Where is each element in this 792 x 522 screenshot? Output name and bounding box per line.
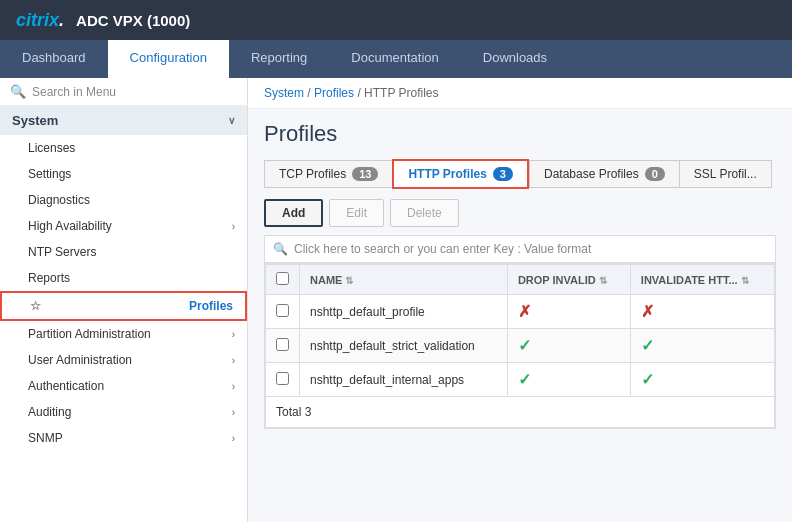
sidebar-item-user-admin[interactable]: User Administration › — [0, 347, 247, 373]
chevron-right-icon-partition: › — [232, 329, 235, 340]
profiles-table: NAME ⇅ DROP INVALID ⇅ INVALIDATE HTT... … — [265, 264, 775, 397]
row-name-3: nshttp_default_internal_apps — [300, 363, 508, 397]
delete-button[interactable]: Delete — [390, 199, 459, 227]
chevron-right-icon-snmp: › — [232, 433, 235, 444]
sidebar-item-ntp-servers[interactable]: NTP Servers — [0, 239, 247, 265]
sidebar-search[interactable]: 🔍 Search in Menu — [0, 78, 247, 106]
page-title: Profiles — [264, 121, 776, 147]
row-inv-3: ✓ — [630, 363, 774, 397]
nav-item-reporting[interactable]: Reporting — [229, 40, 329, 78]
row-inv-2: ✓ — [630, 329, 774, 363]
col-drop-invalid: DROP INVALID ⇅ — [507, 265, 630, 295]
col-name: NAME ⇅ — [300, 265, 508, 295]
sidebar-group-system[interactable]: System ∨ — [0, 106, 247, 135]
action-row: Add Edit Delete — [264, 199, 776, 227]
add-button[interactable]: Add — [264, 199, 323, 227]
row-inv-1: ✗ — [630, 295, 774, 329]
breadcrumb-system[interactable]: System — [264, 86, 304, 100]
sidebar-item-auditing[interactable]: Auditing › — [0, 399, 247, 425]
sidebar-item-partition-admin[interactable]: Partition Administration › — [0, 321, 247, 347]
tabs-row: TCP Profiles 13 HTTP Profiles 3 Database… — [264, 159, 776, 189]
sort-icon-name: ⇅ — [345, 275, 353, 286]
row-name-1: nshttp_default_profile — [300, 295, 508, 329]
breadcrumb-profiles[interactable]: Profiles — [314, 86, 354, 100]
data-table-wrapper: NAME ⇅ DROP INVALID ⇅ INVALIDATE HTT... … — [264, 263, 776, 429]
tab-http-profiles[interactable]: HTTP Profiles 3 — [392, 159, 529, 189]
row-drop-3: ✓ — [507, 363, 630, 397]
search-icon: 🔍 — [10, 84, 26, 99]
nav-item-downloads[interactable]: Downloads — [461, 40, 569, 78]
table-row: nshttp_default_internal_apps ✓ ✓ — [266, 363, 775, 397]
sidebar-item-authentication[interactable]: Authentication › — [0, 373, 247, 399]
tab-ssl-profiles[interactable]: SSL Profil... — [679, 160, 772, 188]
row-drop-1: ✗ — [507, 295, 630, 329]
content-inner: Profiles TCP Profiles 13 HTTP Profiles 3… — [248, 109, 792, 522]
total-row: Total 3 — [265, 397, 775, 428]
sidebar: 🔍 Search in Menu System ∨ Licenses Setti… — [0, 78, 248, 522]
sidebar-item-snmp[interactable]: SNMP › — [0, 425, 247, 451]
col-invalidate-http: INVALIDATE HTT... ⇅ — [630, 265, 774, 295]
breadcrumb: System / Profiles / HTTP Profiles — [248, 78, 792, 109]
nav-item-configuration[interactable]: Configuration — [108, 40, 229, 78]
top-bar: citrix. ADC VPX (1000) — [0, 0, 792, 40]
sidebar-item-licenses[interactable]: Licenses — [0, 135, 247, 161]
chevron-down-icon: ∨ — [228, 115, 235, 126]
sidebar-item-diagnostics[interactable]: Diagnostics — [0, 187, 247, 213]
chevron-right-icon-auth: › — [232, 381, 235, 392]
breadcrumb-current: HTTP Profiles — [364, 86, 438, 100]
table-row: nshttp_default_strict_validation ✓ ✓ — [266, 329, 775, 363]
chevron-right-icon-user: › — [232, 355, 235, 366]
sidebar-item-high-availability[interactable]: High Availability › — [0, 213, 247, 239]
table-search-bar[interactable]: 🔍 Click here to search or you can enter … — [264, 235, 776, 263]
nav-bar: Dashboard Configuration Reporting Docume… — [0, 40, 792, 78]
col-check — [266, 265, 300, 295]
citrix-logo: citrix. — [16, 10, 64, 31]
sidebar-group-label: System — [12, 113, 58, 128]
content-area: System / Profiles / HTTP Profiles Profil… — [248, 78, 792, 522]
row-check-2[interactable] — [266, 329, 300, 363]
row-drop-2: ✓ — [507, 329, 630, 363]
sidebar-item-settings[interactable]: Settings — [0, 161, 247, 187]
app-title: ADC VPX (1000) — [76, 12, 190, 29]
nav-item-dashboard[interactable]: Dashboard — [0, 40, 108, 78]
edit-button[interactable]: Edit — [329, 199, 384, 227]
search-icon-table: 🔍 — [273, 242, 288, 256]
chevron-right-icon: › — [232, 221, 235, 232]
select-all-checkbox[interactable] — [276, 272, 289, 285]
star-icon: ☆ — [30, 299, 41, 313]
chevron-right-icon-audit: › — [232, 407, 235, 418]
search-hint: Click here to search or you can enter Ke… — [294, 242, 591, 256]
nav-item-documentation[interactable]: Documentation — [329, 40, 460, 78]
tab-database-profiles[interactable]: Database Profiles 0 — [529, 160, 679, 188]
sort-icon-inv: ⇅ — [741, 275, 749, 286]
row-check-1[interactable] — [266, 295, 300, 329]
table-row: nshttp_default_profile ✗ ✗ — [266, 295, 775, 329]
row-name-2: nshttp_default_strict_validation — [300, 329, 508, 363]
sidebar-item-reports[interactable]: Reports — [0, 265, 247, 291]
sort-icon-drop: ⇅ — [599, 275, 607, 286]
row-check-3[interactable] — [266, 363, 300, 397]
main-layout: 🔍 Search in Menu System ∨ Licenses Setti… — [0, 78, 792, 522]
tab-tcp-profiles[interactable]: TCP Profiles 13 — [264, 160, 392, 188]
search-placeholder: Search in Menu — [32, 85, 116, 99]
sidebar-item-profiles[interactable]: ☆ Profiles — [0, 291, 247, 321]
